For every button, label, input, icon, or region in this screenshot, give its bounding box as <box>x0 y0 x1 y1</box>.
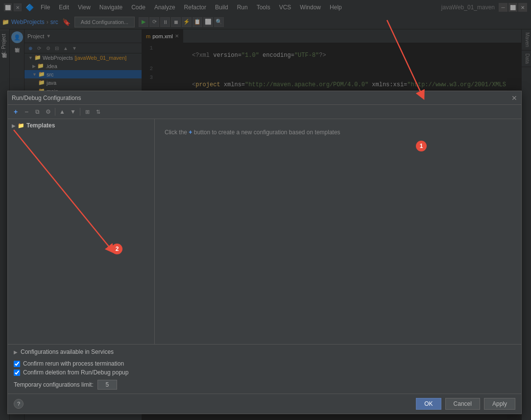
temp-limit-row: Temporary configurations limit: 5 <box>14 380 515 390</box>
apply-button[interactable]: Apply <box>484 398 515 410</box>
dialog-toolbar: + − ⧉ ⚙ ▲ ▼ ⊞ ⇅ <box>8 105 521 119</box>
templates-label: Templates <box>26 122 55 129</box>
dialog-hint: Click the + button to create a new confi… <box>165 129 511 136</box>
dialog-title: Run/Debug Configurations <box>12 95 81 101</box>
dialog-footer-area: ▶ Configurations available in Services C… <box>8 344 521 394</box>
hint-plus: + <box>189 129 192 136</box>
ok-button[interactable]: OK <box>416 398 441 410</box>
cancel-button[interactable]: Cancel <box>445 398 480 410</box>
toolbar-sep2 <box>80 108 80 116</box>
dialog-copy-btn[interactable]: ⧉ <box>32 107 42 117</box>
configs-section-arrow: ▶ <box>14 349 18 355</box>
checkbox-rerun[interactable] <box>14 361 20 367</box>
dialog-title-bar: Run/Debug Configurations ✕ <box>8 91 521 105</box>
checkbox-deletion-label: Confirm deletion from Run/Debug popup <box>23 369 128 376</box>
checkbox-rerun-label: Confirm rerun with process termination <box>23 360 124 367</box>
dialog-right-panel: Click the + button to create a new confi… <box>155 119 521 344</box>
templates-item[interactable]: ▶ 📁 Templates <box>10 121 152 130</box>
dialog-up-btn[interactable]: ▲ <box>57 107 67 117</box>
dialog-add-btn[interactable]: + <box>11 107 21 117</box>
checkbox-row-2: Confirm deletion from Run/Debug popup <box>14 369 515 376</box>
dialog-body: ▶ 📁 Templates Click the + button to crea… <box>8 119 521 344</box>
templates-arrow: ▶ <box>12 123 16 128</box>
dialog-left-panel: ▶ 📁 Templates <box>8 119 155 344</box>
configs-available-section[interactable]: ▶ Configurations available in Services <box>14 348 515 355</box>
checkbox-deletion[interactable] <box>14 370 20 376</box>
temp-limit-input[interactable]: 5 <box>97 380 117 390</box>
toolbar-sep1 <box>55 108 55 116</box>
dialog-settings-btn[interactable]: ⚙ <box>43 107 53 117</box>
help-button[interactable]: ? <box>14 399 24 409</box>
dialog-tree: ▶ 📁 Templates <box>8 119 154 344</box>
dialog-remove-btn[interactable]: − <box>22 107 31 117</box>
configs-section-label: Configurations available in Services <box>21 348 114 355</box>
run-debug-dialog: Run/Debug Configurations ✕ + − ⧉ ⚙ ▲ ▼ ⊞… <box>7 91 522 414</box>
templates-folder-icon: 📁 <box>18 123 24 129</box>
dialog-actions: ? OK Cancel Apply <box>8 394 521 414</box>
checkbox-row-1: Confirm rerun with process termination <box>14 360 515 367</box>
help-area: ? <box>14 398 412 410</box>
dialog-filter-btn[interactable]: ⊞ <box>82 107 92 117</box>
dialog-sort-btn[interactable]: ⇅ <box>93 107 103 117</box>
temp-limit-label: Temporary configurations limit: <box>14 381 94 388</box>
dialog-close-btn[interactable]: ✕ <box>511 94 517 102</box>
dialog-down-btn[interactable]: ▼ <box>68 107 78 117</box>
